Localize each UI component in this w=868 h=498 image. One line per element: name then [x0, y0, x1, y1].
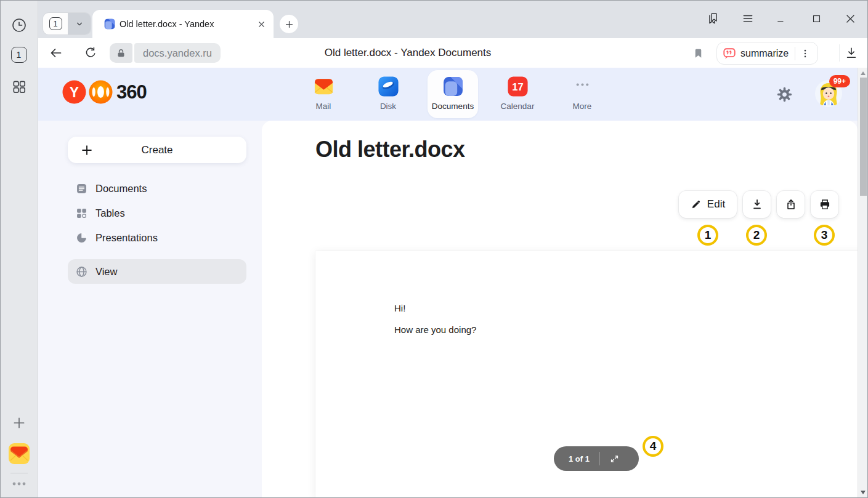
create-label: Create — [68, 144, 246, 156]
tab-group-chevron[interactable] — [68, 13, 91, 34]
pencil-icon — [691, 199, 702, 210]
presentation-icon — [75, 231, 88, 244]
close-window-icon[interactable] — [838, 6, 862, 31]
fullscreen-expand-icon[interactable] — [609, 454, 620, 464]
url-domain[interactable]: docs.yandex.ru — [134, 43, 221, 63]
downloads-icon[interactable] — [840, 38, 862, 68]
apps-grid-icon[interactable] — [10, 78, 28, 96]
reload-icon[interactable] — [80, 38, 101, 68]
download-button[interactable] — [743, 191, 771, 218]
panel-item-presentations[interactable]: Presentations — [68, 225, 246, 250]
share-button[interactable] — [777, 191, 805, 218]
nav-item-mail[interactable]: Mail — [298, 70, 349, 118]
toolbar-divider — [839, 44, 840, 62]
nav-label-calendar: Calendar — [501, 102, 535, 111]
yandex-y-icon: Y — [62, 79, 87, 105]
avatar[interactable]: 99+ — [814, 79, 843, 108]
nav-label-disk: Disk — [380, 102, 396, 111]
sidebar-divider — [10, 473, 28, 473]
browser-sidebar: 1 — [0, 0, 38, 498]
scrollbar-up-arrow[interactable] — [861, 71, 866, 75]
documents-favicon — [103, 18, 116, 30]
yandex360-logo[interactable]: Y 360 — [62, 79, 147, 105]
tab-group-count: 1 — [43, 13, 68, 34]
create-button[interactable]: Create — [68, 137, 246, 163]
docs-app: Y 360 Mail — [38, 68, 858, 498]
panel-item-view[interactable]: View — [68, 259, 246, 284]
scrollbar-thumb[interactable] — [860, 78, 867, 196]
annotation-circle-3: 3 — [814, 225, 835, 246]
share-icon — [785, 198, 797, 211]
tab-bar: 1 Old letter.docx - Yandex — [38, 0, 868, 38]
table-icon — [75, 207, 88, 220]
disk-app-icon — [377, 75, 400, 98]
nav-item-disk[interactable]: Disk — [363, 70, 413, 118]
bookmarks-panel-icon[interactable] — [700, 6, 725, 31]
main-content: Old letter.docx Edit 1 2 3 Hi! How — [262, 121, 858, 498]
globe-icon — [75, 265, 88, 278]
panel-item-documents[interactable]: Documents — [68, 176, 246, 201]
summarize-group: summarize — [716, 42, 818, 65]
document-line-2: How are you doing? — [394, 324, 476, 335]
tab-close-icon[interactable] — [257, 20, 266, 29]
address-toolbar: docs.yandex.ru Old letter.docx - Yandex … — [38, 38, 868, 68]
summarize-label[interactable]: summarize — [740, 48, 789, 59]
svg-text:Y: Y — [70, 84, 79, 100]
tabs-counter-icon[interactable]: 1 — [10, 46, 28, 64]
nav-label-more: More — [573, 102, 592, 111]
printer-icon — [819, 198, 831, 211]
calendar-app-icon: 17 — [506, 75, 529, 98]
download-icon — [751, 198, 763, 211]
yandex360-header: Y 360 Mail — [38, 68, 858, 121]
panel-label-documents: Documents — [95, 183, 147, 195]
history-clock-icon[interactable] — [9, 15, 30, 36]
sidebar-more-icon[interactable] — [10, 478, 28, 490]
scrollbar-down-arrow[interactable] — [861, 491, 866, 494]
panel-label-tables: Tables — [95, 207, 125, 219]
documents-app-icon — [442, 75, 464, 98]
active-tab[interactable]: Old letter.docx - Yandex — [92, 10, 274, 38]
page-scrollbar[interactable] — [858, 68, 868, 498]
summarize-icon[interactable] — [723, 47, 736, 60]
bookmark-icon[interactable] — [688, 38, 708, 68]
print-button[interactable] — [811, 191, 838, 218]
page-indicator-label: 1 of 1 — [569, 454, 590, 464]
minimize-icon[interactable] — [769, 6, 793, 31]
panel-label-presentations: Presentations — [95, 232, 158, 244]
settings-gear-icon[interactable] — [776, 86, 793, 105]
page-indicator-pill[interactable]: 1 of 1 — [554, 446, 639, 471]
create-plus-icon — [80, 143, 94, 157]
document-line-1: Hi! — [394, 303, 405, 313]
browser-menu-icon[interactable] — [736, 6, 760, 31]
tab-title: Old letter.docx - Yandex — [120, 19, 257, 29]
maximize-icon[interactable] — [804, 6, 829, 31]
tabs-counter-value: 1 — [11, 47, 27, 63]
back-icon[interactable] — [46, 38, 67, 68]
tab-group-chip[interactable]: 1 — [43, 13, 91, 34]
edit-button[interactable]: Edit — [679, 191, 737, 218]
logo-360-text: 360 — [116, 81, 147, 103]
yandex-mail-shortcut-icon[interactable] — [7, 442, 31, 465]
panel-label-view: View — [95, 266, 117, 278]
notification-badge: 99+ — [829, 75, 850, 87]
calendar-badge-number: 17 — [512, 81, 523, 93]
panel-item-tables[interactable]: Tables — [68, 201, 246, 225]
sidebar-add-icon[interactable] — [10, 414, 28, 432]
more-app-icon — [571, 75, 594, 98]
annotation-circle-2: 2 — [746, 225, 767, 246]
nav-label-mail: Mail — [316, 102, 331, 111]
nav-item-more[interactable]: More — [557, 70, 607, 118]
mail-app-icon — [312, 75, 335, 98]
annotation-circle-4: 4 — [643, 436, 663, 457]
nav-item-documents[interactable]: Documents — [428, 70, 478, 118]
document-icon — [75, 182, 88, 195]
new-tab-button[interactable] — [280, 15, 298, 33]
annotation-circle-1: 1 — [697, 225, 718, 246]
plus-icon — [284, 19, 294, 30]
secure-lock-icon[interactable] — [110, 43, 132, 63]
pager-divider — [599, 452, 600, 465]
nav-item-calendar[interactable]: 17 Calendar — [492, 70, 543, 118]
nav-label-documents: Documents — [432, 102, 474, 111]
summarize-menu-icon[interactable] — [800, 48, 811, 59]
url-bar[interactable]: docs.yandex.ru — [110, 43, 221, 63]
